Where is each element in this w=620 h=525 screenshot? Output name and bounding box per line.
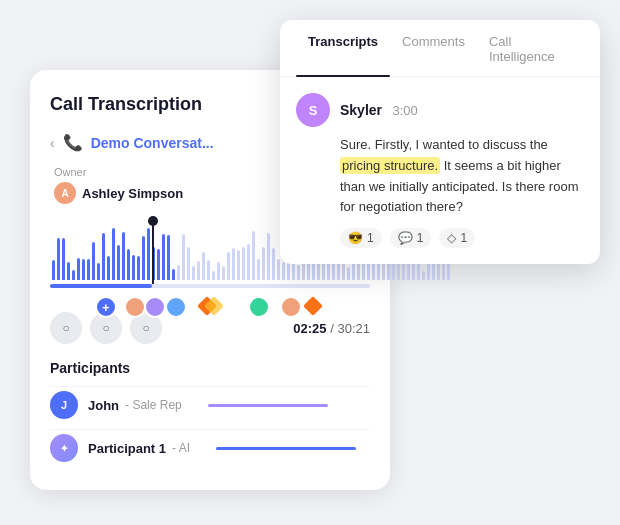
participants-section: Participants J John - Sale Rep ✦ Partici…	[50, 360, 370, 462]
participant-name-john: John	[88, 398, 119, 413]
reaction-diamond[interactable]: ◇ 1	[439, 228, 475, 248]
participant-bar-ai	[216, 447, 356, 450]
message-header: S Skyler 3:00	[296, 93, 584, 127]
message-text: Sure. Firstly, I wanted to discuss the p…	[296, 135, 584, 218]
sender-name: Skyler	[340, 102, 382, 118]
tab-comments[interactable]: Comments	[390, 20, 477, 76]
reaction-emoji-icon: 😎	[348, 231, 363, 245]
divider-1	[50, 386, 370, 387]
participant-item-john: J John - Sale Rep	[50, 391, 370, 419]
participant-avatar-john: J	[50, 391, 78, 419]
marker-avatar-green	[248, 296, 270, 318]
owner-name: Ashley Simpson	[82, 186, 183, 201]
marker-avatar-brown	[280, 296, 302, 318]
sender-info: Skyler 3:00	[340, 101, 418, 119]
reaction-diamond-icon: ◇	[447, 231, 456, 245]
participant-item-ai: ✦ Participant 1 - AI	[50, 434, 370, 462]
popup-tabs: Transcripts Comments Call Intelligence	[280, 20, 600, 77]
participant-role-john: - Sale Rep	[125, 398, 182, 412]
progress-line	[152, 220, 154, 285]
time-separator: /	[330, 321, 334, 336]
time-display: 02:25 / 30:21	[293, 321, 370, 336]
participants-title: Participants	[50, 360, 370, 376]
reaction-comment-count: 1	[417, 231, 424, 245]
highlight-text: pricing structure.	[340, 157, 440, 174]
timeline-progress	[50, 284, 152, 288]
reaction-emoji[interactable]: 😎 1	[340, 228, 382, 248]
time-total: 30:21	[337, 321, 370, 336]
tab-transcripts[interactable]: Transcripts	[296, 20, 390, 76]
popup-body: S Skyler 3:00 Sure. Firstly, I wanted to…	[280, 77, 600, 264]
reaction-comment[interactable]: 💬 1	[390, 228, 432, 248]
timeline-markers: +	[50, 294, 370, 322]
owner-avatar: A	[54, 182, 76, 204]
reaction-emoji-count: 1	[367, 231, 374, 245]
popup-card: Transcripts Comments Call Intelligence S…	[280, 20, 600, 264]
sender-time: 3:00	[393, 103, 418, 118]
marker-diamond-orange-2	[303, 296, 323, 316]
participant-info-john: John - Sale Rep	[88, 398, 182, 413]
stacked-avatars	[124, 296, 187, 322]
reaction-diamond-count: 1	[460, 231, 467, 245]
conversation-label[interactable]: Demo Conversat...	[91, 135, 214, 151]
tab-call-intelligence[interactable]: Call Intelligence	[477, 20, 584, 76]
participant-role-ai: - AI	[172, 441, 190, 455]
participant-info-ai: Participant 1 - AI	[88, 441, 190, 456]
participant-avatar-ai: ✦	[50, 434, 78, 462]
back-chevron-icon[interactable]: ‹	[50, 135, 55, 151]
time-current: 02:25	[293, 321, 326, 336]
marker-plus: +	[95, 296, 117, 318]
phone-icon: 📞	[63, 133, 83, 152]
participant-name-ai: Participant 1	[88, 441, 166, 456]
timeline-track[interactable]	[50, 284, 370, 288]
participant-bar-john	[208, 404, 328, 407]
divider-2	[50, 429, 370, 430]
sender-avatar: S	[296, 93, 330, 127]
reaction-comment-icon: 💬	[398, 231, 413, 245]
message-start: Sure. Firstly, I wanted to discuss the	[340, 137, 548, 152]
reactions-row: 😎 1 💬 1 ◇ 1	[296, 228, 584, 248]
